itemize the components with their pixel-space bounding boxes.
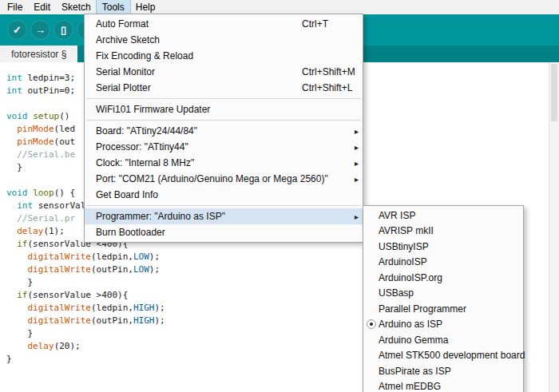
- menu-separator: [86, 98, 361, 99]
- tools-menu-item-processor-attiny44[interactable]: Processor: "ATtiny44"▸: [85, 139, 363, 155]
- menu-item-label: Arduino as ISP: [379, 319, 442, 330]
- programmer-item-atmel-stk500-development-board[interactable]: Atmel STK500 development board: [363, 348, 523, 364]
- menu-item-label: Auto Format: [96, 18, 149, 30]
- tools-menu-item-burn-bootloader[interactable]: Burn Bootloader: [85, 224, 363, 240]
- programmer-submenu: AVR ISPAVRISP mkIIUSBtinyISPArduinoISPAr…: [363, 205, 524, 392]
- editor-scrollbar[interactable]: [549, 62, 559, 392]
- new-sketch-button[interactable]: ▯: [54, 20, 73, 40]
- menu-item-shortcut: Ctrl+Shift+L: [302, 80, 352, 96]
- menu-item-label: Serial Plotter: [96, 82, 151, 93]
- menu-separator: [86, 205, 361, 206]
- menu-item-shortcut: Ctrl+T: [302, 16, 328, 32]
- menu-item-shortcut: Ctrl+Shift+M: [302, 64, 355, 80]
- submenu-arrow-icon: ▸: [355, 171, 359, 187]
- tools-menu-item-fix-encoding-reload[interactable]: Fix Encoding & Reload: [85, 48, 363, 64]
- arduino-ide-window: FileEditSketchToolsHelp ✓→▯↑↓ fotoresist…: [0, 0, 559, 392]
- radio-spacer: [367, 288, 376, 298]
- programmer-item-buspirate-as-isp[interactable]: BusPirate as ISP: [363, 363, 523, 379]
- verify-button[interactable]: ✓: [7, 20, 27, 40]
- tools-menu: Auto FormatCtrl+TArchive SketchFix Encod…: [84, 14, 363, 243]
- tab-fotoresistor[interactable]: fotoresistor §: [0, 46, 77, 62]
- tools-menu-item-wifi101-firmware-updater[interactable]: WiFi101 Firmware Updater: [85, 101, 363, 117]
- menu-item-label: Arduino Gemma: [379, 335, 448, 346]
- radio-spacer: [367, 366, 376, 376]
- programmer-item-arduino-gemma[interactable]: Arduino Gemma: [363, 332, 523, 348]
- submenu-arrow-icon: ▸: [355, 123, 359, 139]
- programmer-item-arduinoisp[interactable]: ArduinoISP: [363, 255, 523, 271]
- menu-tools[interactable]: Tools: [97, 0, 130, 14]
- menu-item-label: Atmel STK500 development board: [379, 350, 525, 361]
- submenu-arrow-icon: ▸: [355, 208, 359, 224]
- menu-item-label: USBtinyISP: [379, 241, 429, 252]
- programmer-item-avr-isp[interactable]: AVR ISP: [363, 208, 523, 224]
- menu-item-label: ArduinoISP: [379, 256, 427, 267]
- menu-item-label: Processor: "ATtiny44": [96, 141, 188, 152]
- menu-item-label: Atmel mEDBG: [379, 381, 441, 392]
- programmer-item-usbasp[interactable]: USBasp: [363, 286, 523, 302]
- menu-sketch[interactable]: Sketch: [56, 0, 97, 14]
- new-document-icon: ▯: [61, 25, 66, 35]
- radio-selected-icon: [367, 319, 376, 329]
- menu-item-label: Get Board Info: [96, 189, 158, 200]
- menu-item-label: Port: "COM21 (Arduino/Genuino Mega or Me…: [96, 173, 328, 184]
- menu-help[interactable]: Help: [130, 0, 161, 14]
- menu-item-label: Archive Sketch: [96, 34, 160, 46]
- menu-item-label: Programmer: "Arduino as ISP": [96, 211, 225, 222]
- programmer-item-avrisp-mkii[interactable]: AVRISP mkII: [363, 224, 523, 240]
- radio-spacer: [367, 335, 376, 345]
- menu-file[interactable]: File: [2, 0, 28, 14]
- menu-edit[interactable]: Edit: [28, 0, 56, 14]
- tab-label: fotoresistor §: [11, 49, 66, 60]
- tools-menu-item-port-com21-arduino-genuino-mega-or-mega-2560[interactable]: Port: "COM21 (Arduino/Genuino Mega or Me…: [85, 171, 363, 187]
- programmer-item-arduinoisp-org[interactable]: ArduinoISP.org: [363, 270, 523, 286]
- tools-menu-item-get-board-info[interactable]: Get Board Info: [85, 187, 363, 203]
- menu-item-label: USBasp: [379, 287, 414, 299]
- upload-button[interactable]: →: [30, 20, 50, 40]
- tools-menu-item-archive-sketch[interactable]: Archive Sketch: [85, 32, 363, 48]
- menu-item-label: ArduinoISP.org: [379, 272, 442, 283]
- tools-menu-item-clock-internal-8-mhz[interactable]: Clock: "Internal 8 MHz"▸: [85, 155, 363, 171]
- tools-menu-item-board-attiny24-44-84[interactable]: Board: "ATtiny24/44/84"▸: [85, 123, 363, 139]
- radio-spacer: [367, 211, 376, 220]
- radio-spacer: [367, 257, 376, 267]
- programmer-item-atmel-medbg[interactable]: Atmel mEDBG: [363, 379, 523, 392]
- menu-item-label: Serial Monitor: [96, 66, 155, 77]
- tools-menu-item-serial-monitor[interactable]: Serial MonitorCtrl+Shift+M: [85, 64, 363, 80]
- tools-menu-item-auto-format[interactable]: Auto FormatCtrl+T: [85, 16, 363, 32]
- menu-item-label: Fix Encoding & Reload: [96, 50, 193, 61]
- radio-spacer: [367, 273, 376, 283]
- menubar: FileEditSketchToolsHelp: [0, 0, 559, 14]
- tools-menu-item-programmer-arduino-as-isp[interactable]: Programmer: "Arduino as ISP"▸: [85, 208, 363, 224]
- radio-spacer: [367, 226, 376, 236]
- radio-spacer: [367, 350, 376, 360]
- radio-spacer: [367, 304, 376, 314]
- menu-item-label: Burn Bootloader: [96, 227, 165, 238]
- menu-separator: [86, 120, 361, 121]
- menu-item-label: AVRISP mkII: [379, 225, 434, 236]
- programmer-item-usbtinyisp[interactable]: USBtinyISP: [363, 239, 523, 255]
- programmer-item-arduino-as-isp[interactable]: Arduino as ISP: [363, 317, 523, 333]
- menu-item-label: Board: "ATtiny24/44/84": [96, 125, 197, 137]
- check-icon: ✓: [13, 25, 22, 35]
- menu-item-label: WiFi101 Firmware Updater: [96, 104, 210, 115]
- programmer-item-parallel-programmer[interactable]: Parallel Programmer: [363, 301, 523, 317]
- submenu-arrow-icon: ▸: [355, 139, 359, 155]
- tools-menu-item-serial-plotter[interactable]: Serial PlotterCtrl+Shift+L: [85, 80, 363, 96]
- menu-item-label: Clock: "Internal 8 MHz": [96, 157, 194, 168]
- menu-item-label: Parallel Programmer: [379, 303, 466, 315]
- menu-item-label: BusPirate as ISP: [379, 366, 451, 377]
- menu-item-label: AVR ISP: [379, 210, 415, 221]
- scrollbar-thumb[interactable]: [551, 64, 557, 121]
- radio-spacer: [367, 382, 376, 391]
- submenu-arrow-icon: ▸: [355, 155, 359, 171]
- radio-spacer: [367, 242, 376, 251]
- right-arrow-icon: →: [35, 25, 46, 35]
